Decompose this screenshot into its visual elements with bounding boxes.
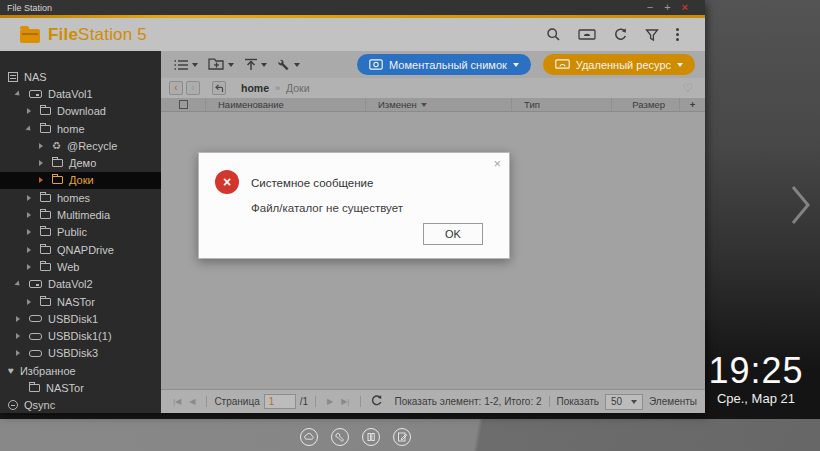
heart-icon: ♥	[8, 366, 14, 376]
select-all-cell[interactable]	[161, 98, 205, 111]
search-icon[interactable]	[546, 27, 561, 42]
expand-arrow-icon[interactable]	[27, 247, 40, 253]
sidebar-item-public[interactable]: Public	[0, 224, 161, 241]
expand-arrow-icon[interactable]	[27, 195, 40, 201]
folder-icon	[52, 159, 63, 167]
last-page-icon[interactable]: ▶|	[341, 397, 349, 406]
app-brand: FileStation 5	[48, 25, 147, 45]
select-all-checkbox[interactable]	[179, 100, 188, 109]
sidebar-item-label: home	[57, 123, 85, 135]
nav-forward-button[interactable]: ›	[186, 81, 200, 95]
sidebar-item-qnapdrive[interactable]: QNAPDrive	[0, 241, 161, 258]
expand-arrow-icon[interactable]	[39, 143, 52, 149]
maximize-button[interactable]: +	[664, 2, 670, 13]
expand-arrow-icon[interactable]	[27, 126, 40, 132]
folder-icon	[40, 125, 51, 133]
drive-icon	[29, 90, 42, 98]
remote-mount-icon[interactable]	[578, 28, 596, 42]
sidebar-item-datavol2[interactable]: DataVol2	[0, 276, 161, 293]
expand-arrow-icon[interactable]	[27, 229, 40, 235]
desktop-clock: 19:25 Сре., Мар 21	[698, 352, 814, 406]
close-button[interactable]: ×	[682, 2, 688, 13]
expand-arrow-icon[interactable]	[16, 350, 29, 356]
column-header-size[interactable]: Размер	[611, 98, 679, 111]
sidebar-item-usbdisk1-1[interactable]: USBDisk1(1)	[0, 327, 161, 344]
sidebar-item-favorites[interactable]: ♥Избранное	[0, 362, 161, 379]
first-page-icon[interactable]: |◀	[173, 397, 181, 406]
tools-button[interactable]	[274, 56, 303, 74]
expand-arrow-icon[interactable]	[16, 281, 29, 287]
column-header-type[interactable]: Тип	[511, 98, 611, 111]
remote-resource-button[interactable]: Удаленный ресурс	[543, 54, 695, 75]
nav-back-button[interactable]: ‹	[169, 81, 183, 95]
chevron-down-icon	[228, 63, 234, 67]
expand-arrow-icon[interactable]	[27, 264, 40, 270]
sidebar-item-qsync[interactable]: Qsync	[0, 397, 161, 413]
page-number-input[interactable]	[264, 394, 296, 409]
sidebar-item-demo[interactable]: Демо	[0, 154, 161, 171]
cloud-sync-icon[interactable]	[300, 428, 318, 446]
breadcrumb-current[interactable]: Доки	[286, 82, 310, 94]
sidebar-item-nastor-fav[interactable]: NASTor	[0, 379, 161, 396]
expand-arrow-icon[interactable]	[16, 316, 29, 322]
expand-arrow-icon[interactable]	[27, 299, 40, 305]
sidebar-item-usbdisk3[interactable]: USBDisk3	[0, 345, 161, 362]
sidebar-item-multimedia[interactable]: Multimedia	[0, 206, 161, 223]
sidebar-item-label: USBDisk1	[48, 313, 98, 325]
refresh-list-icon[interactable]	[370, 394, 383, 409]
sidebar-item-datavol1[interactable]: DataVol1	[0, 85, 161, 102]
column-header-modified[interactable]: Изменен	[365, 98, 511, 111]
sidebar-item-recycle[interactable]: ♻@Recycle	[0, 137, 161, 154]
dialog-close-icon[interactable]: ×	[493, 156, 501, 171]
favorite-toggle-icon[interactable]: ♡	[682, 81, 697, 95]
column-label: Наименование	[218, 99, 284, 110]
columns-icon[interactable]	[362, 428, 380, 446]
clock-date: Сре., Мар 21	[698, 391, 814, 406]
folder-icon	[40, 298, 51, 306]
sidebar-item-label: Multimedia	[57, 209, 110, 221]
ok-button[interactable]: OK	[423, 223, 483, 245]
chevron-down-icon	[631, 400, 637, 404]
notes-icon[interactable]	[393, 428, 411, 446]
sidebar-item-doki[interactable]: Доки	[0, 172, 161, 189]
tools-icon[interactable]	[331, 428, 349, 446]
expand-arrow-icon[interactable]	[27, 212, 40, 218]
more-menu-icon[interactable]	[676, 28, 679, 41]
sidebar-item-label: NAS	[24, 71, 47, 83]
sidebar-item-usbdisk1[interactable]: USBDisk1	[0, 310, 161, 327]
expand-arrow-icon[interactable]	[27, 108, 40, 114]
brand-bold: File	[48, 25, 78, 44]
view-mode-button[interactable]	[171, 57, 201, 73]
sidebar-item-nas[interactable]: NAS	[0, 68, 161, 85]
upload-button[interactable]	[241, 56, 270, 73]
toolbar: Моментальный снимок Удаленный ресурс	[161, 51, 705, 78]
sidebar-item-homes[interactable]: homes	[0, 189, 161, 206]
sidebar-item-home[interactable]: home	[0, 120, 161, 137]
expand-arrow-icon[interactable]	[16, 333, 29, 339]
window-titlebar[interactable]: File Station − + ×	[0, 0, 705, 15]
breadcrumb-home[interactable]: home	[241, 82, 269, 94]
add-column-button[interactable]: +	[679, 98, 705, 111]
nav-up-button[interactable]	[212, 81, 226, 95]
next-page-icon[interactable]: ▶	[327, 397, 333, 406]
page-size-select[interactable]: 50	[605, 394, 643, 410]
sidebar-item-download[interactable]: Download	[0, 103, 161, 120]
refresh-icon[interactable]	[613, 27, 628, 42]
sidebar-item-label: Web	[57, 261, 79, 273]
desktop-next-page-icon[interactable]	[790, 184, 812, 230]
minimize-button[interactable]: −	[647, 2, 653, 13]
expand-arrow-icon[interactable]	[39, 177, 52, 183]
sidebar-item-web[interactable]: Web	[0, 258, 161, 275]
create-folder-button[interactable]	[205, 56, 237, 73]
prev-page-icon[interactable]: ◀	[189, 397, 195, 406]
items-info: Показать элемент: 1-2, Итого: 2	[395, 396, 542, 407]
expand-arrow-icon[interactable]	[39, 160, 52, 166]
snapshot-button[interactable]: Моментальный снимок	[357, 54, 531, 75]
column-header-name[interactable]: Наименование	[205, 98, 365, 111]
sidebar-item-label: QNAPDrive	[57, 244, 114, 256]
expand-arrow-icon[interactable]	[16, 91, 29, 97]
column-label: Размер	[632, 99, 665, 110]
dialog-message: Файл/каталог не существует	[251, 202, 403, 214]
sidebar-item-nastor[interactable]: NASTor	[0, 293, 161, 310]
filter-icon[interactable]	[645, 28, 659, 42]
